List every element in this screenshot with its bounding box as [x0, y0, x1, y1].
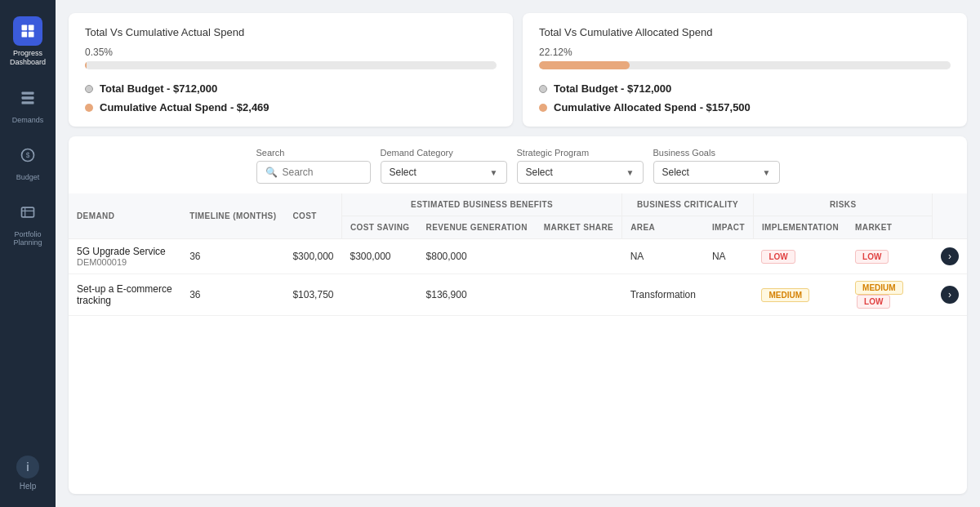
- chart2-dot-total: [539, 85, 547, 93]
- implementation-badge: LOW: [761, 250, 795, 264]
- demand-cell: Set-up a E-commerce tracking: [69, 274, 181, 316]
- dashboard-icon: [20, 23, 36, 39]
- market-risk-cell: LOW: [847, 239, 933, 274]
- svg-rect-5: [22, 96, 34, 99]
- sidebar-item-demands[interactable]: Demands: [0, 75, 56, 132]
- th-estimated-benefits: ESTIMATED BUSINESS BENEFITS: [341, 193, 621, 216]
- th-cost-saving: COST SAVING: [341, 216, 417, 239]
- th-action: [933, 193, 967, 239]
- demand-category-select[interactable]: Select ▼: [381, 161, 507, 184]
- sidebar-label-demands: Demands: [12, 116, 44, 124]
- chart2-legend-total: Total Budget - $712,000: [539, 82, 951, 95]
- action-cell: ›: [933, 239, 967, 274]
- area-cell: NA: [622, 239, 704, 274]
- th-risks: RISKS: [753, 193, 933, 216]
- implementation-cell: LOW: [753, 239, 847, 274]
- row-action-button[interactable]: ›: [941, 286, 959, 304]
- demands-icon: [20, 90, 36, 106]
- chart2-track: [539, 61, 951, 69]
- svg-rect-0: [22, 25, 28, 31]
- row-action-button[interactable]: ›: [941, 247, 959, 265]
- search-box[interactable]: 🔍: [256, 161, 371, 184]
- demand-category-arrow: ▼: [490, 168, 498, 177]
- action-cell: ›: [933, 274, 967, 316]
- sidebar-label-portfolio: Portfolio Planning: [5, 230, 51, 248]
- market-risk-cell: MEDIUM LOW: [847, 274, 933, 316]
- th-market: MARKET: [847, 216, 933, 239]
- chart1-fill: [85, 61, 87, 69]
- svg-rect-6: [22, 101, 34, 104]
- business-goals-group: Business Goals Select ▼: [653, 148, 780, 184]
- sidebar-item-portfolio-planning[interactable]: Portfolio Planning: [0, 189, 56, 256]
- strategic-program-select[interactable]: Select ▼: [517, 161, 644, 184]
- implementation-badge: MEDIUM: [761, 288, 809, 302]
- demand-category-label: Demand Category: [381, 148, 507, 158]
- th-demand: DEMAND: [69, 193, 181, 239]
- strategic-program-group: Strategic Program Select ▼: [517, 148, 644, 184]
- help-button[interactable]: i Help: [16, 456, 39, 499]
- svg-rect-1: [29, 25, 34, 31]
- business-goals-select[interactable]: Select ▼: [653, 161, 780, 184]
- chart2-legend: Total Budget - $712,000 Cumulative Alloc…: [539, 82, 951, 113]
- market-badge: MEDIUM: [855, 281, 903, 295]
- portfolio-icon: [20, 204, 36, 220]
- chart-allocated-spend: Total Vs Cumulative Allocated Spend 22.1…: [523, 13, 967, 127]
- market-share-cell: [536, 239, 622, 274]
- market-badge: LOW: [855, 250, 889, 264]
- svg-rect-3: [29, 32, 34, 38]
- th-business-criticality: BUSINESS CRITICALITY: [622, 193, 754, 216]
- demand-cell: 5G Upgrade Service DEM000019: [69, 239, 181, 274]
- th-revenue-generation: REVENUE GENERATION: [418, 216, 536, 239]
- timeline-cell: 36: [181, 274, 284, 316]
- th-implementation: IMPLEMENTATION: [753, 216, 847, 239]
- th-market-share: MARKET SHARE: [536, 216, 622, 239]
- search-filter-group: Search 🔍: [256, 148, 371, 184]
- cost-cell: $103,750: [284, 274, 341, 316]
- chart1-track: [85, 61, 497, 69]
- sidebar-bottom: i Help: [16, 456, 39, 499]
- business-goals-arrow: ▼: [763, 168, 771, 177]
- chart2-title: Total Vs Cumulative Allocated Spend: [539, 26, 951, 38]
- table-container: DEMAND TIMELINE (MONTHS) COST ESTIMATED …: [69, 193, 967, 494]
- table-section: Search 🔍 Demand Category Select ▼ Strate…: [69, 136, 967, 494]
- business-goals-value: Select: [662, 167, 689, 178]
- chart2-dot-allocated: [539, 104, 547, 112]
- th-cost: COST: [284, 193, 341, 239]
- revenue-gen-cell: $136,900: [418, 274, 536, 316]
- implementation-cell: MEDIUM: [753, 274, 847, 316]
- cost-cell: $300,000: [284, 239, 341, 274]
- help-label: Help: [20, 482, 37, 491]
- chart-actual-spend: Total Vs Cumulative Actual Spend 0.35% T…: [69, 13, 513, 127]
- chart2-label-allocated: Cumulative Allocated Spend - $157,500: [554, 101, 751, 113]
- demand-name: 5G Upgrade Service: [77, 246, 173, 257]
- th-area: AREA: [622, 216, 704, 239]
- filters-row: Search 🔍 Demand Category Select ▼ Strate…: [69, 136, 967, 193]
- chart1-percent: 0.35%: [85, 47, 497, 58]
- search-input[interactable]: [283, 167, 362, 178]
- chart2-percent: 22.12%: [539, 47, 951, 58]
- sidebar-item-progress-dashboard[interactable]: Progress Dashboard: [0, 8, 56, 75]
- chart1-dot-actual: [85, 104, 93, 112]
- budget-icon: $: [20, 147, 36, 163]
- chart1-legend: Total Budget - $712,000 Cumulative Actua…: [85, 82, 497, 113]
- area-cell: Transformation: [622, 274, 704, 316]
- sidebar: Progress Dashboard Demands $ Budget: [0, 0, 56, 507]
- demands-table: DEMAND TIMELINE (MONTHS) COST ESTIMATED …: [69, 193, 967, 316]
- impact-cell: NA: [704, 239, 754, 274]
- chart1-dot-total: [85, 85, 93, 93]
- chart1-title: Total Vs Cumulative Actual Spend: [85, 26, 497, 38]
- table-row: Set-up a E-commerce tracking 36 $103,750…: [69, 274, 967, 316]
- demand-category-group: Demand Category Select ▼: [381, 148, 507, 184]
- svg-rect-2: [22, 32, 28, 38]
- chart2-label-total: Total Budget - $712,000: [554, 82, 671, 95]
- chart2-legend-allocated: Cumulative Allocated Spend - $157,500: [539, 101, 951, 113]
- main-content: Total Vs Cumulative Actual Spend 0.35% T…: [56, 0, 980, 507]
- market-share-cell: [536, 274, 622, 316]
- th-timeline: TIMELINE (MONTHS): [181, 193, 284, 239]
- help-icon: i: [16, 456, 39, 478]
- market-badge2: LOW: [857, 295, 890, 309]
- svg-rect-9: [22, 207, 34, 217]
- sidebar-item-budget[interactable]: $ Budget: [0, 132, 56, 189]
- th-impact: IMPACT: [704, 216, 754, 239]
- cost-saving-cell: $300,000: [341, 239, 417, 274]
